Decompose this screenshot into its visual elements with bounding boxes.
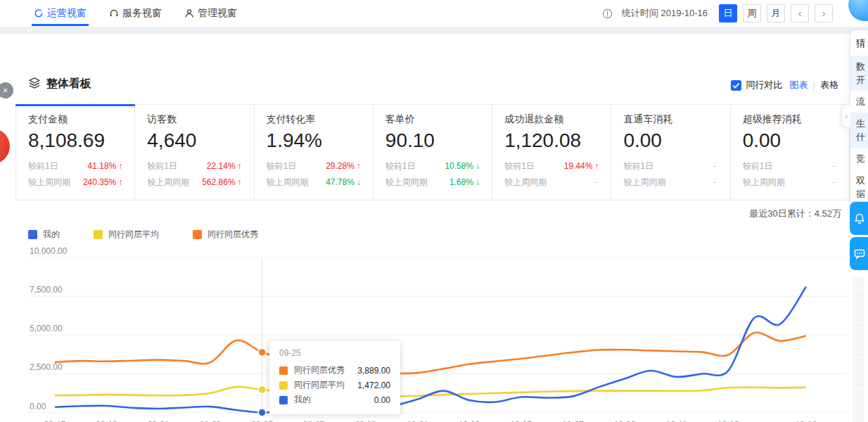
tab-management-view[interactable]: 管理视窗: [184, 0, 237, 27]
tooltip-date: 09-25: [279, 348, 390, 358]
view-separator: |: [813, 80, 815, 91]
kpi-value: 90.10: [385, 129, 480, 152]
kpi-title: 支付转化率: [267, 113, 361, 126]
kpi-compare-row: 较前1日41.18%↑: [28, 160, 122, 173]
trend-arrow-icon: ↓: [357, 176, 361, 189]
kpi-compare-row: 较上周同期240.35%↑: [28, 176, 122, 189]
person-icon: [184, 8, 194, 18]
thirty-day-total-label: 最近30日累计：4.52万: [749, 207, 841, 220]
table-view-link[interactable]: 表格: [820, 79, 838, 91]
assistant-question-2[interactable]: 生什: [850, 113, 868, 148]
tab-service-view[interactable]: 服务视窗: [109, 0, 162, 27]
kpi-value: 8,108.69: [28, 129, 122, 152]
feedback-chat-button[interactable]: [850, 237, 868, 270]
tooltip-row: 我的 0.00: [279, 392, 390, 407]
kpi-card-ztc-spend[interactable]: 直通车消耗 0.00 较前1日- 较上周同期-: [611, 105, 730, 200]
top-nav-bar: 运营视窗 服务视窗 管理视窗 统计时间 2019-10-16 日 周: [0, 0, 868, 27]
assistant-question-4[interactable]: 双据: [850, 170, 868, 202]
peer-compare-checkbox[interactable]: [731, 80, 741, 91]
page-title: 整体看板: [46, 77, 91, 91]
assistant-question-3[interactable]: 竞: [850, 148, 868, 170]
kpi-title: 访客数: [147, 113, 241, 126]
tooltip-swatch: [279, 396, 288, 404]
notifications-button[interactable]: [850, 202, 868, 235]
prev-date-button[interactable]: ‹: [791, 4, 809, 23]
date-controls: 统计时间 2019-10-16 日 周 月 ‹ ›: [602, 0, 833, 27]
trend-arrow-icon: ↑: [238, 160, 242, 173]
trend-arrow-icon: ↓: [476, 176, 480, 189]
kpi-card-visitors[interactable]: 访客数 4,640 较前1日22.14%↑ 较上周同期562.86%↑: [135, 105, 254, 200]
period-month-button[interactable]: 月: [767, 4, 785, 23]
kpi-title: 成功退款金额: [504, 113, 599, 126]
next-date-button[interactable]: ›: [815, 4, 833, 23]
legend-swatch: [94, 230, 103, 239]
legend-swatch: [28, 230, 37, 239]
chart-view-link[interactable]: 图表: [790, 79, 808, 91]
kpi-value: 0.00: [623, 129, 717, 152]
kpi-value: 4,640: [147, 129, 241, 152]
assistant-panel-header: 猜: [850, 30, 868, 56]
legend-item-mine[interactable]: 我的: [28, 229, 60, 241]
tab-label: 管理视窗: [198, 7, 237, 20]
kpi-title: 超级推荐消耗: [743, 113, 837, 126]
clipped-side-panel: [853, 278, 868, 422]
kpi-compare-row: 较前1日-: [743, 160, 837, 173]
layers-icon: [28, 77, 41, 89]
legend-swatch: [193, 230, 202, 239]
chat-bubble-icon: [853, 248, 866, 260]
tooltip-row: 同行同层平均 1,472.00: [279, 378, 390, 392]
kpi-value: 1.94%: [267, 129, 361, 152]
info-icon[interactable]: [602, 8, 613, 19]
overview-board-panel: 整体看板 同行对比 图表 | 表格 支付金额 8,108.69 较前1日41.1…: [0, 34, 868, 422]
tab-operations-view[interactable]: 运营视窗: [34, 0, 87, 27]
kpi-compare-row: 较前1日-: [623, 160, 717, 173]
board-view-controls: 同行对比 图表 | 表格: [731, 79, 838, 91]
chart-legend: 我的 同行同层平均 同行同层优秀: [28, 229, 258, 241]
kpi-compare-row: 较上周同期-: [504, 176, 599, 189]
kpi-value: 0.00: [743, 129, 837, 152]
chart-tooltip: 09-25 同行同层优秀 3,889.00 同行同层平均 1,472.00 我的…: [269, 341, 400, 414]
kpi-compare-row: 较前1日22.14%↑: [147, 160, 241, 173]
assistant-question-0[interactable]: 数开: [850, 56, 868, 91]
stat-time-label: 统计时间 2019-10-16: [622, 7, 708, 20]
legend-item-peer-excellent[interactable]: 同行同层优秀: [193, 229, 258, 241]
headset-icon: [109, 8, 119, 18]
kpi-compare-row: 较上周同期47.78%↓: [267, 176, 361, 189]
kpi-card-conversion-rate[interactable]: 支付转化率 1.94% 较前1日29.28%↑ 较上周同期47.78%↓: [255, 105, 374, 200]
kpi-compare-row: 较前1日29.28%↑: [267, 160, 361, 173]
period-week-button[interactable]: 周: [743, 4, 761, 23]
kpi-title: 直通车消耗: [623, 113, 717, 126]
kpi-value: 1,120.08: [504, 129, 599, 152]
tab-label: 服务视窗: [122, 7, 162, 20]
kpi-card-refund-amount[interactable]: 成功退款金额 1,120.08 较前1日19.44%↑ 较上周同期-: [492, 105, 611, 200]
tooltip-swatch: [279, 366, 288, 375]
legend-item-peer-average[interactable]: 同行同层平均: [94, 229, 159, 241]
panel-gap: [0, 27, 868, 34]
kpi-card-row: 支付金额 8,108.69 较前1日41.18%↑ 较上周同期240.35%↑ …: [15, 104, 850, 200]
trend-arrow-icon: ↓: [476, 160, 480, 173]
kpi-compare-row: 较上周同期-: [743, 176, 837, 189]
assistant-question-1[interactable]: 流: [850, 91, 868, 113]
kpi-compare-row: 较上周同期562.86%↑: [147, 176, 241, 189]
trend-arrow-icon: ↑: [357, 160, 361, 173]
kpi-card-payment-amount[interactable]: 支付金额 8,108.69 较前1日41.18%↑ 较上周同期240.35%↑: [16, 105, 135, 200]
trend-arrow-icon: ↑: [118, 160, 122, 173]
tab-label: 运营视窗: [47, 7, 87, 20]
peer-compare-label: 同行对比: [746, 79, 783, 91]
assistant-panel[interactable]: 猜 数开流生什竞双据: [850, 30, 868, 202]
kpi-title: 客单价: [385, 113, 480, 126]
trend-arrow-icon: ↑: [238, 176, 242, 189]
kpi-card-avg-order-value[interactable]: 客单价 90.10 较前1日10.58%↓ 较上周同期1.68%↓: [374, 105, 492, 200]
trend-line-chart[interactable]: 0.002,500.005,000.007,500.0010,000.0009-…: [0, 34, 868, 422]
kpi-compare-row: 较上周同期-: [623, 176, 717, 189]
kpi-card-super-rec-spend[interactable]: 超级推荐消耗 0.00 较前1日- 较上周同期-: [731, 105, 849, 200]
trend-arrow-icon: ↑: [594, 160, 599, 173]
period-day-button[interactable]: 日: [719, 4, 737, 23]
kpi-compare-row: 较上周同期1.68%↓: [385, 176, 480, 189]
dashboard-screen: 运营视窗 服务视窗 管理视窗 统计时间 2019-10-16 日 周: [0, 0, 868, 422]
tooltip-swatch: [279, 381, 288, 390]
kpi-title: 支付金额: [28, 113, 122, 126]
trend-arrow-icon: ↑: [118, 176, 122, 189]
kpi-compare-row: 较前1日19.44%↑: [504, 160, 599, 173]
collapse-panel-handle[interactable]: ›: [841, 104, 850, 128]
